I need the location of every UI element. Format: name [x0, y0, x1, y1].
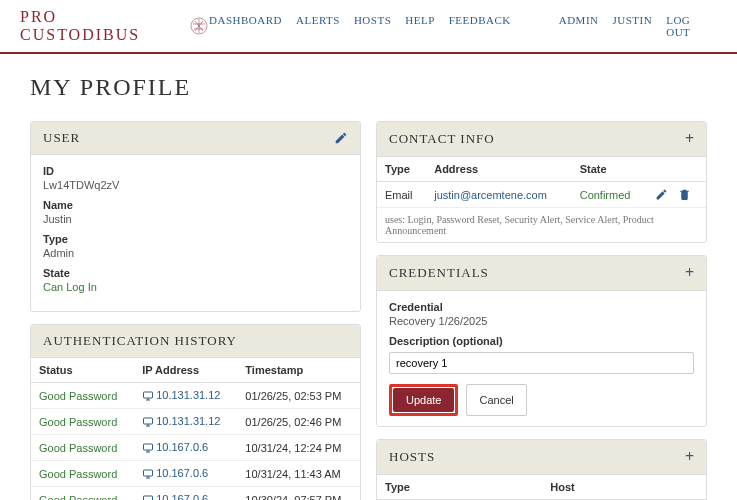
state-value: Can Log In — [43, 281, 348, 293]
id-value: Lw14TDWq2zV — [43, 179, 348, 191]
monitor-icon — [142, 442, 154, 454]
nav-hosts[interactable]: HOSTS — [354, 14, 391, 38]
credential-value: Recovery 1/26/2025 — [389, 315, 694, 327]
plus-icon[interactable]: + — [685, 448, 694, 466]
edit-icon[interactable] — [655, 188, 668, 201]
auth-status: Good Password — [31, 487, 134, 500]
table-row: Email justin@arcemtene.com Confirmed — [377, 182, 706, 208]
nav-help[interactable]: HELP — [405, 14, 435, 38]
contact-col-type: Type — [377, 157, 426, 182]
trash-icon[interactable] — [678, 188, 691, 201]
col-ts: Timestamp — [237, 358, 360, 383]
contact-col-state: State — [572, 157, 647, 182]
hosts-col-host: Host — [542, 475, 706, 500]
plus-icon[interactable]: + — [685, 130, 694, 148]
monitor-icon — [142, 390, 154, 402]
brand[interactable]: PRO CUSTODIBUS — [20, 8, 209, 44]
state-label: State — [43, 267, 348, 279]
nav-dashboard[interactable]: DASHBOARD — [209, 14, 282, 38]
auth-history-panel: AUTHENTICATION HISTORY Status IP Address… — [30, 324, 361, 500]
svg-rect-3 — [144, 444, 153, 450]
contact-type: Email — [377, 182, 426, 208]
name-value: Justin — [43, 213, 348, 225]
nav-admin[interactable]: ADMIN — [559, 14, 599, 38]
plus-icon[interactable]: + — [685, 264, 694, 282]
nav-feedback[interactable]: FEEDBACK — [449, 14, 511, 38]
table-row: Good Password10.131.31.1201/26/25, 02:53… — [31, 383, 360, 409]
ip-link[interactable]: 10.131.31.12 — [156, 415, 220, 427]
ip-link[interactable]: 10.131.31.12 — [156, 389, 220, 401]
svg-rect-4 — [144, 470, 153, 476]
auth-status: Good Password — [31, 435, 134, 461]
description-label: Description (optional) — [389, 335, 694, 347]
id-label: ID — [43, 165, 348, 177]
user-panel-title: USER — [43, 130, 80, 146]
table-row: Good Password10.131.31.1201/26/25, 02:46… — [31, 409, 360, 435]
monitor-icon — [142, 494, 154, 500]
contact-state: Confirmed — [572, 182, 647, 208]
auth-status: Good Password — [31, 461, 134, 487]
auth-timestamp: 10/30/24, 07:57 PM — [237, 487, 360, 500]
contact-address[interactable]: justin@arcemtene.com — [434, 189, 547, 201]
table-row: Good Password10.167.0.610/31/24, 11:43 A… — [31, 461, 360, 487]
edit-icon[interactable] — [334, 131, 348, 145]
auth-history-title: AUTHENTICATION HISTORY — [43, 333, 237, 349]
ip-link[interactable]: 10.167.0.6 — [156, 441, 208, 453]
auth-history-table: Status IP Address Timestamp Good Passwor… — [31, 358, 360, 500]
hosts-col-type: Type — [377, 475, 542, 500]
type-value: Admin — [43, 247, 348, 259]
hosts-panel: HOSTS + Type Host No Hosts — [376, 439, 707, 500]
monitor-icon — [142, 468, 154, 480]
update-button[interactable]: Update — [393, 388, 454, 412]
col-status: Status — [31, 358, 134, 383]
user-panel: USER IDLw14TDWq2zV NameJustin TypeAdmin … — [30, 121, 361, 312]
auth-status: Good Password — [31, 409, 134, 435]
contact-panel: CONTACT INFO + Type Address State Email … — [376, 121, 707, 243]
svg-rect-2 — [144, 418, 153, 424]
brand-text: PRO CUSTODIBUS — [20, 8, 183, 44]
cancel-button[interactable]: Cancel — [466, 384, 526, 416]
top-nav: DASHBOARD ALERTS HOSTS HELP FEEDBACK ADM… — [209, 14, 717, 38]
table-row: Good Password10.167.0.610/31/24, 12:24 P… — [31, 435, 360, 461]
nav-alerts[interactable]: ALERTS — [296, 14, 340, 38]
credentials-panel: CREDENTIALS + CredentialRecovery 1/26/20… — [376, 255, 707, 427]
nav-user[interactable]: JUSTIN — [613, 14, 653, 38]
update-highlight: Update — [389, 384, 458, 416]
hosts-title: HOSTS — [389, 449, 435, 465]
ip-link[interactable]: 10.167.0.6 — [156, 493, 208, 500]
svg-rect-5 — [144, 496, 153, 500]
auth-timestamp: 10/31/24, 12:24 PM — [237, 435, 360, 461]
auth-timestamp: 01/26/25, 02:53 PM — [237, 383, 360, 409]
contact-title: CONTACT INFO — [389, 131, 495, 147]
logo-icon — [189, 16, 209, 36]
svg-rect-1 — [144, 392, 153, 398]
page-title: MY PROFILE — [30, 74, 707, 101]
credentials-title: CREDENTIALS — [389, 265, 489, 281]
auth-timestamp: 10/31/24, 11:43 AM — [237, 461, 360, 487]
contact-uses: uses: Login, Password Reset, Security Al… — [377, 208, 706, 242]
col-ip: IP Address — [134, 358, 237, 383]
nav-logout[interactable]: LOG OUT — [666, 14, 717, 38]
credential-label: Credential — [389, 301, 694, 313]
description-input[interactable] — [389, 352, 694, 374]
name-label: Name — [43, 199, 348, 211]
contact-col-address: Address — [426, 157, 571, 182]
type-label: Type — [43, 233, 348, 245]
table-row: Good Password10.167.0.610/30/24, 07:57 P… — [31, 487, 360, 500]
ip-link[interactable]: 10.167.0.6 — [156, 467, 208, 479]
auth-status: Good Password — [31, 383, 134, 409]
auth-timestamp: 01/26/25, 02:46 PM — [237, 409, 360, 435]
monitor-icon — [142, 416, 154, 428]
